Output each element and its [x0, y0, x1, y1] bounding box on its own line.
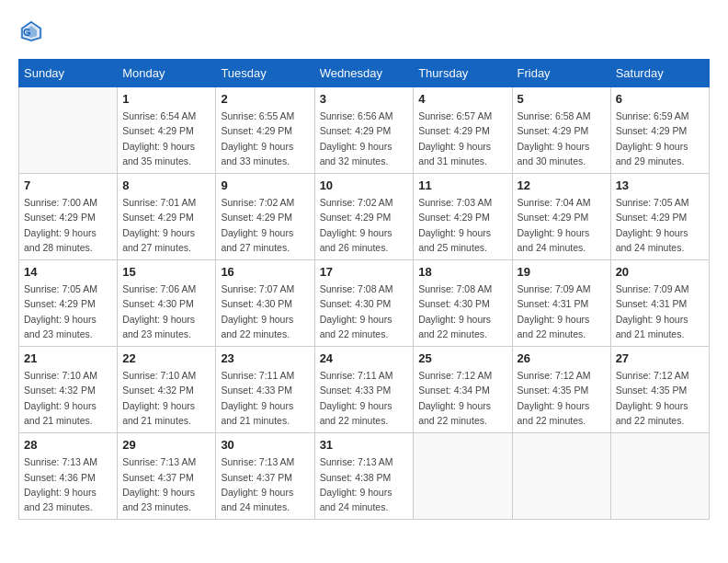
day-number: 30 — [221, 438, 309, 452]
day-cell: 21Sunrise: 7:10 AMSunset: 4:32 PMDayligh… — [19, 347, 118, 433]
day-number: 19 — [518, 265, 606, 279]
day-info: Sunrise: 7:05 AMSunset: 4:29 PMDaylight:… — [616, 195, 704, 255]
day-info: Sunrise: 7:05 AMSunset: 4:29 PMDaylight:… — [24, 282, 112, 341]
svg-text:G: G — [23, 27, 31, 38]
day-cell: 11Sunrise: 7:03 AMSunset: 4:29 PMDayligh… — [414, 174, 512, 260]
day-cell: 2Sunrise: 6:55 AMSunset: 4:29 PMDaylight… — [216, 87, 314, 174]
day-number: 3 — [320, 92, 409, 106]
week-row-5: 28Sunrise: 7:13 AMSunset: 4:36 PMDayligh… — [19, 433, 710, 520]
day-number: 17 — [320, 265, 409, 279]
day-cell: 10Sunrise: 7:02 AMSunset: 4:29 PMDayligh… — [314, 174, 414, 260]
day-number: 8 — [122, 178, 210, 192]
day-cell — [610, 433, 709, 520]
day-number: 15 — [122, 265, 210, 279]
day-cell: 12Sunrise: 7:04 AMSunset: 4:29 PMDayligh… — [512, 174, 610, 260]
day-cell: 16Sunrise: 7:07 AMSunset: 4:30 PMDayligh… — [216, 260, 314, 347]
day-number: 31 — [320, 438, 409, 452]
day-info: Sunrise: 7:01 AMSunset: 4:29 PMDaylight:… — [122, 195, 210, 255]
day-number: 24 — [320, 351, 409, 365]
day-number: 7 — [24, 178, 112, 192]
col-header-friday: Friday — [512, 60, 610, 87]
week-row-1: 1Sunrise: 6:54 AMSunset: 4:29 PMDaylight… — [19, 87, 710, 174]
day-cell: 8Sunrise: 7:01 AMSunset: 4:29 PMDaylight… — [118, 174, 216, 260]
week-row-4: 21Sunrise: 7:10 AMSunset: 4:32 PMDayligh… — [19, 347, 710, 433]
day-number: 6 — [616, 92, 704, 106]
day-number: 23 — [221, 351, 309, 365]
day-cell: 30Sunrise: 7:13 AMSunset: 4:37 PMDayligh… — [216, 433, 314, 520]
day-number: 5 — [518, 92, 606, 106]
day-number: 28 — [24, 438, 112, 452]
day-cell: 17Sunrise: 7:08 AMSunset: 4:30 PMDayligh… — [314, 260, 414, 347]
day-info: Sunrise: 7:12 AMSunset: 4:34 PMDaylight:… — [418, 368, 506, 428]
day-info: Sunrise: 7:13 AMSunset: 4:38 PMDaylight:… — [320, 454, 409, 514]
day-cell — [414, 433, 512, 520]
day-number: 26 — [518, 351, 606, 365]
day-cell: 18Sunrise: 7:08 AMSunset: 4:30 PMDayligh… — [414, 260, 512, 347]
week-row-2: 7Sunrise: 7:00 AMSunset: 4:29 PMDaylight… — [19, 174, 710, 260]
day-cell: 5Sunrise: 6:58 AMSunset: 4:29 PMDaylight… — [512, 87, 610, 174]
day-info: Sunrise: 7:08 AMSunset: 4:30 PMDaylight:… — [320, 282, 409, 341]
day-cell: 27Sunrise: 7:12 AMSunset: 4:35 PMDayligh… — [610, 347, 709, 433]
day-cell — [512, 433, 610, 520]
day-cell: 28Sunrise: 7:13 AMSunset: 4:36 PMDayligh… — [19, 433, 118, 520]
day-cell: 31Sunrise: 7:13 AMSunset: 4:38 PMDayligh… — [314, 433, 414, 520]
day-info: Sunrise: 7:12 AMSunset: 4:35 PMDaylight:… — [616, 368, 704, 428]
logo-icon: G — [18, 18, 44, 44]
day-info: Sunrise: 7:04 AMSunset: 4:29 PMDaylight:… — [518, 195, 606, 255]
day-info: Sunrise: 6:55 AMSunset: 4:29 PMDaylight:… — [221, 109, 309, 168]
day-cell: 23Sunrise: 7:11 AMSunset: 4:33 PMDayligh… — [216, 347, 314, 433]
day-info: Sunrise: 7:03 AMSunset: 4:29 PMDaylight:… — [418, 195, 506, 255]
page-header: G — [18, 18, 710, 44]
day-cell: 3Sunrise: 6:56 AMSunset: 4:29 PMDaylight… — [314, 87, 414, 174]
day-number: 13 — [616, 178, 704, 192]
col-header-wednesday: Wednesday — [314, 60, 414, 87]
day-info: Sunrise: 7:13 AMSunset: 4:36 PMDaylight:… — [24, 454, 112, 514]
week-row-3: 14Sunrise: 7:05 AMSunset: 4:29 PMDayligh… — [19, 260, 710, 347]
day-info: Sunrise: 7:06 AMSunset: 4:30 PMDaylight:… — [122, 282, 210, 341]
day-cell: 15Sunrise: 7:06 AMSunset: 4:30 PMDayligh… — [118, 260, 216, 347]
day-number: 21 — [24, 351, 112, 365]
day-info: Sunrise: 7:02 AMSunset: 4:29 PMDaylight:… — [320, 195, 409, 255]
calendar-table: SundayMondayTuesdayWednesdayThursdayFrid… — [18, 59, 710, 520]
col-header-monday: Monday — [118, 60, 216, 87]
day-number: 20 — [616, 265, 704, 279]
day-info: Sunrise: 7:09 AMSunset: 4:31 PMDaylight:… — [518, 282, 606, 341]
col-header-sunday: Sunday — [19, 60, 118, 87]
day-info: Sunrise: 6:58 AMSunset: 4:29 PMDaylight:… — [518, 109, 606, 168]
day-number: 16 — [221, 265, 309, 279]
day-info: Sunrise: 7:13 AMSunset: 4:37 PMDaylight:… — [122, 454, 210, 514]
day-cell: 20Sunrise: 7:09 AMSunset: 4:31 PMDayligh… — [610, 260, 709, 347]
day-cell: 7Sunrise: 7:00 AMSunset: 4:29 PMDaylight… — [19, 174, 118, 260]
day-number: 12 — [518, 178, 606, 192]
calendar-header-row: SundayMondayTuesdayWednesdayThursdayFrid… — [19, 60, 710, 87]
day-info: Sunrise: 7:12 AMSunset: 4:35 PMDaylight:… — [518, 368, 606, 428]
day-info: Sunrise: 7:11 AMSunset: 4:33 PMDaylight:… — [320, 368, 409, 428]
day-number: 29 — [122, 438, 210, 452]
day-number: 18 — [418, 265, 506, 279]
col-header-thursday: Thursday — [414, 60, 512, 87]
day-info: Sunrise: 7:10 AMSunset: 4:32 PMDaylight:… — [24, 368, 112, 428]
day-cell: 22Sunrise: 7:10 AMSunset: 4:32 PMDayligh… — [118, 347, 216, 433]
day-number: 14 — [24, 265, 112, 279]
day-info: Sunrise: 7:00 AMSunset: 4:29 PMDaylight:… — [24, 195, 112, 255]
day-info: Sunrise: 7:10 AMSunset: 4:32 PMDaylight:… — [122, 368, 210, 428]
day-info: Sunrise: 6:59 AMSunset: 4:29 PMDaylight:… — [616, 109, 704, 168]
day-cell: 9Sunrise: 7:02 AMSunset: 4:29 PMDaylight… — [216, 174, 314, 260]
day-cell: 6Sunrise: 6:59 AMSunset: 4:29 PMDaylight… — [610, 87, 709, 174]
day-number: 9 — [221, 178, 309, 192]
day-cell: 4Sunrise: 6:57 AMSunset: 4:29 PMDaylight… — [414, 87, 512, 174]
day-number: 4 — [418, 92, 506, 106]
day-number: 10 — [320, 178, 409, 192]
day-cell: 25Sunrise: 7:12 AMSunset: 4:34 PMDayligh… — [414, 347, 512, 433]
day-info: Sunrise: 7:09 AMSunset: 4:31 PMDaylight:… — [616, 282, 704, 341]
day-cell: 1Sunrise: 6:54 AMSunset: 4:29 PMDaylight… — [118, 87, 216, 174]
day-cell: 19Sunrise: 7:09 AMSunset: 4:31 PMDayligh… — [512, 260, 610, 347]
day-info: Sunrise: 6:57 AMSunset: 4:29 PMDaylight:… — [418, 109, 506, 168]
day-info: Sunrise: 6:56 AMSunset: 4:29 PMDaylight:… — [320, 109, 409, 168]
day-number: 1 — [122, 92, 210, 106]
day-info: Sunrise: 7:13 AMSunset: 4:37 PMDaylight:… — [221, 454, 309, 514]
day-number: 22 — [122, 351, 210, 365]
day-number: 11 — [418, 178, 506, 192]
day-cell: 13Sunrise: 7:05 AMSunset: 4:29 PMDayligh… — [610, 174, 709, 260]
day-cell — [19, 87, 118, 174]
